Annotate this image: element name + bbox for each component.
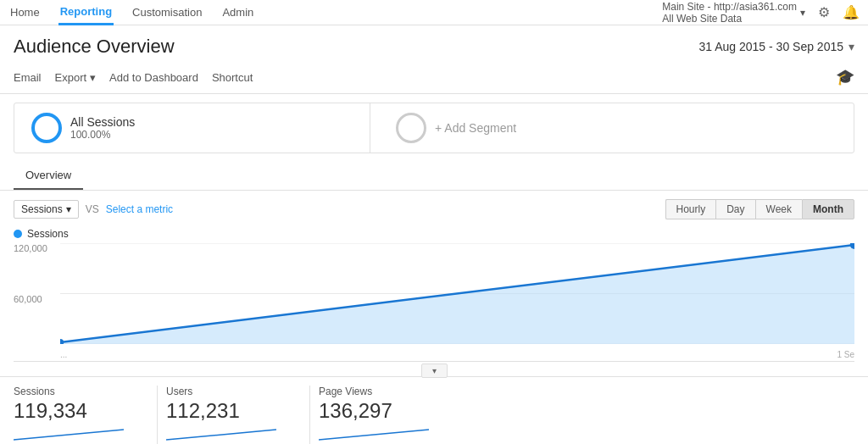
- svg-point-4: [60, 339, 64, 344]
- shortcut-button[interactable]: Shortcut: [212, 71, 253, 84]
- bell-icon[interactable]: 🔔: [843, 4, 860, 21]
- top-navigation: Home Reporting Customisation Admin Main …: [0, 0, 868, 25]
- stat-pageviews-label: Page Views: [319, 386, 454, 397]
- stat-pageviews: Page Views 136,297: [319, 386, 463, 444]
- tabs-bar: Overview: [0, 162, 868, 191]
- nav-links: Home Reporting Customisation Admin: [8, 0, 662, 25]
- stat-sessions-label: Sessions: [14, 386, 148, 397]
- nav-home[interactable]: Home: [8, 1, 42, 24]
- stat-users-value: 112,231: [166, 399, 301, 423]
- chart-legend: Sessions: [14, 228, 854, 240]
- settings-icon[interactable]: ⚙: [815, 4, 832, 21]
- chart-container: 120,000 60,000 ... 1 Se: [14, 243, 854, 362]
- add-segment-label: + Add Segment: [435, 121, 516, 135]
- y-axis-labels: 120,000 60,000: [14, 243, 60, 344]
- add-dashboard-button[interactable]: Add to Dashboard: [109, 71, 198, 84]
- action-toolbar: Email Export ▾ Add to Dashboard Shortcut…: [0, 64, 868, 94]
- segment-info: All Sessions 100.00%: [70, 115, 135, 141]
- page-header: Audience Overview 31 Aug 2015 - 30 Sep 2…: [0, 25, 868, 64]
- date-range-selector[interactable]: 31 Aug 2015 - 30 Sep 2015 ▾: [699, 40, 854, 53]
- y-label-mid: 60,000: [14, 294, 60, 304]
- site-selector[interactable]: Main Site - http://asia361.com All Web S…: [662, 1, 805, 25]
- segments-bar: All Sessions 100.00% + Add Segment: [14, 103, 854, 153]
- tab-overview[interactable]: Overview: [14, 162, 83, 190]
- y-label-top: 120,000: [14, 243, 60, 253]
- x-axis-labels: ... 1 Se: [60, 350, 854, 359]
- stat-sessions-value: 119,334: [14, 399, 148, 423]
- month-button[interactable]: Month: [802, 199, 854, 219]
- add-segment-button[interactable]: + Add Segment: [370, 103, 854, 153]
- stat-users-label: Users: [166, 386, 301, 397]
- vs-label: VS: [86, 203, 99, 215]
- date-range-text: 31 Aug 2015 - 30 Sep 2015: [699, 40, 843, 53]
- x-label-end: 1 Se: [837, 350, 854, 359]
- metrics-row: Sessions ▾ VS Select a metric Hourly Day…: [0, 191, 868, 228]
- hourly-button[interactable]: Hourly: [665, 199, 716, 219]
- legend-dot: [14, 230, 22, 238]
- day-button[interactable]: Day: [715, 199, 754, 219]
- users-mini-chart: [166, 426, 276, 441]
- nav-customisation[interactable]: Customisation: [131, 1, 203, 24]
- week-button[interactable]: Week: [755, 199, 802, 219]
- segment-name: All Sessions: [70, 115, 135, 129]
- metric-selected: Sessions: [21, 203, 63, 215]
- chart-scroll-area: ▾: [14, 364, 854, 378]
- segment-pct: 100.00%: [70, 129, 135, 141]
- x-label-start: ...: [60, 350, 67, 359]
- segment-circle: [31, 113, 62, 143]
- select-metric-link[interactable]: Select a metric: [106, 203, 173, 215]
- add-segment-circle: [396, 113, 426, 143]
- site-name: Main Site - http://asia361.com All Web S…: [662, 1, 797, 25]
- graduation-icon[interactable]: 🎓: [836, 68, 854, 86]
- metric-dropdown-arrow: ▾: [66, 203, 71, 215]
- export-button[interactable]: Export ▾: [55, 71, 97, 84]
- active-segment[interactable]: All Sessions 100.00%: [14, 103, 370, 153]
- chart-area: Sessions 120,000 60,000: [0, 228, 868, 376]
- chart-svg-wrapper: [60, 243, 854, 344]
- site-dropdown-arrow[interactable]: ▾: [800, 7, 805, 19]
- stat-users: Users 112,231: [166, 386, 310, 444]
- time-buttons: Hourly Day Week Month: [665, 199, 854, 219]
- stat-sessions: Sessions 119,334: [14, 386, 158, 444]
- nav-reporting[interactable]: Reporting: [58, 0, 114, 25]
- stats-bar: Sessions 119,334 Users 112,231 Page View…: [0, 376, 868, 444]
- metric-selector[interactable]: Sessions ▾: [14, 200, 79, 219]
- nav-admin[interactable]: Admin: [220, 1, 255, 24]
- chart-svg: [60, 243, 854, 344]
- date-range-arrow: ▾: [849, 40, 854, 53]
- sessions-mini-chart: [14, 426, 124, 441]
- chart-scroll-button[interactable]: ▾: [421, 364, 448, 378]
- legend-label: Sessions: [27, 228, 69, 240]
- page-title: Audience Overview: [14, 36, 175, 58]
- email-button[interactable]: Email: [14, 71, 42, 84]
- stat-pageviews-value: 136,297: [319, 399, 454, 423]
- pageviews-mini-chart: [319, 426, 429, 441]
- top-nav-right: Main Site - http://asia361.com All Web S…: [662, 1, 860, 25]
